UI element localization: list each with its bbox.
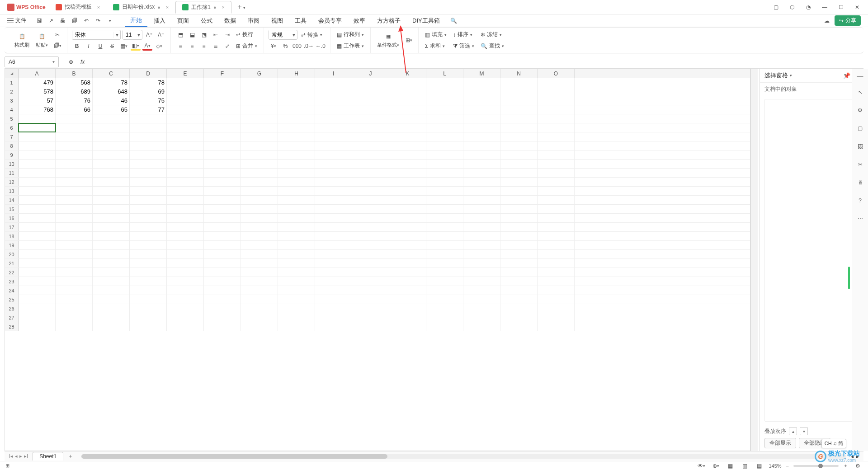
new-tab-button[interactable]: ＋▾ bbox=[231, 2, 250, 12]
move-up-button[interactable]: ▴ bbox=[789, 427, 797, 435]
minimize-button[interactable]: — bbox=[819, 2, 830, 13]
cell[interactable] bbox=[278, 223, 315, 231]
cell[interactable] bbox=[93, 304, 130, 313]
freeze-button[interactable]: ❄冻结▾ bbox=[479, 30, 506, 39]
cell[interactable] bbox=[93, 232, 130, 240]
cell[interactable] bbox=[463, 259, 500, 268]
row-header[interactable]: 7 bbox=[5, 132, 19, 141]
cell[interactable] bbox=[463, 141, 500, 150]
cell[interactable] bbox=[538, 96, 575, 105]
cell[interactable] bbox=[463, 214, 500, 222]
cell[interactable] bbox=[130, 132, 167, 141]
sheet-tab[interactable]: Sheet1 bbox=[33, 452, 63, 461]
cell[interactable] bbox=[167, 277, 204, 286]
row-header[interactable]: 21 bbox=[5, 259, 19, 268]
row-header[interactable]: 25 bbox=[5, 295, 19, 304]
cell[interactable] bbox=[19, 322, 56, 331]
cell[interactable] bbox=[167, 178, 204, 186]
spreadsheet-grid[interactable]: ◢ ABCDEFGHIJKLMNO 1479568787825786896486… bbox=[5, 69, 750, 451]
cell[interactable] bbox=[19, 286, 56, 295]
zoom-formula-icon[interactable]: ⊕ bbox=[66, 57, 76, 66]
cell[interactable]: 75 bbox=[130, 96, 167, 105]
cell[interactable] bbox=[56, 250, 93, 258]
cell[interactable] bbox=[19, 132, 56, 141]
cell[interactable] bbox=[19, 295, 56, 304]
cell[interactable] bbox=[352, 105, 389, 114]
cell[interactable] bbox=[500, 232, 538, 240]
tab-close-icon[interactable]: × bbox=[222, 5, 225, 10]
cell[interactable] bbox=[463, 78, 500, 87]
menu-tab[interactable]: 开始 bbox=[125, 14, 147, 27]
menu-tab[interactable]: 数据 bbox=[219, 15, 241, 27]
align-left-icon[interactable]: ≡ bbox=[175, 42, 185, 51]
cell[interactable]: 479 bbox=[19, 78, 56, 87]
cell[interactable] bbox=[315, 268, 352, 277]
cell[interactable] bbox=[278, 268, 315, 277]
cell[interactable] bbox=[389, 96, 426, 105]
cell[interactable] bbox=[93, 169, 130, 177]
cell[interactable] bbox=[463, 132, 500, 141]
convert-button[interactable]: ⇄转换▾ bbox=[299, 30, 324, 40]
cell[interactable] bbox=[426, 241, 463, 249]
collapse-rail-icon[interactable]: — bbox=[857, 72, 863, 80]
cloud-icon[interactable]: ☁ bbox=[823, 17, 831, 25]
cond-format-button[interactable]: ▦条件格式▾ bbox=[375, 32, 401, 49]
cell[interactable] bbox=[463, 150, 500, 159]
cell[interactable] bbox=[426, 268, 463, 277]
cube-icon[interactable]: ⬡ bbox=[787, 2, 797, 13]
cell[interactable] bbox=[93, 286, 130, 295]
cell[interactable] bbox=[93, 322, 130, 331]
row-header[interactable]: 26 bbox=[5, 304, 19, 313]
cell[interactable] bbox=[426, 313, 463, 322]
fx-icon[interactable]: fx bbox=[80, 59, 85, 65]
cell[interactable] bbox=[93, 250, 130, 258]
row-header[interactable]: 6 bbox=[5, 123, 19, 132]
row-header[interactable]: 17 bbox=[5, 223, 19, 231]
cell[interactable] bbox=[389, 268, 426, 277]
cell[interactable]: 76 bbox=[56, 96, 93, 105]
row-header[interactable]: 10 bbox=[5, 160, 19, 168]
cell[interactable] bbox=[130, 196, 167, 204]
cell[interactable] bbox=[93, 223, 130, 231]
cell[interactable] bbox=[500, 259, 538, 268]
column-header[interactable]: F bbox=[204, 69, 241, 78]
cell[interactable] bbox=[500, 205, 538, 213]
row-header[interactable]: 2 bbox=[5, 87, 19, 96]
cell[interactable] bbox=[278, 123, 315, 132]
cell[interactable] bbox=[389, 205, 426, 213]
cell[interactable] bbox=[278, 304, 315, 313]
cell[interactable] bbox=[500, 187, 538, 195]
chevron-down-icon[interactable]: ▾ bbox=[52, 59, 55, 64]
cell[interactable] bbox=[352, 205, 389, 213]
cell[interactable] bbox=[463, 169, 500, 177]
cell[interactable] bbox=[538, 223, 575, 231]
sheet-prev-icon[interactable]: ◂ bbox=[15, 453, 18, 459]
cell[interactable] bbox=[56, 259, 93, 268]
cell[interactable] bbox=[56, 196, 93, 204]
cell[interactable] bbox=[241, 295, 278, 304]
cell[interactable] bbox=[389, 322, 426, 331]
cell[interactable] bbox=[538, 78, 575, 87]
cell[interactable] bbox=[389, 241, 426, 249]
row-header[interactable]: 11 bbox=[5, 169, 19, 177]
cell[interactable] bbox=[167, 87, 204, 96]
cell[interactable] bbox=[315, 259, 352, 268]
cell[interactable] bbox=[426, 196, 463, 204]
cell[interactable] bbox=[315, 105, 352, 114]
cell[interactable] bbox=[241, 268, 278, 277]
cell[interactable] bbox=[500, 250, 538, 258]
cell[interactable] bbox=[56, 205, 93, 213]
cell[interactable] bbox=[130, 223, 167, 231]
vertical-scrollbar[interactable] bbox=[750, 69, 758, 451]
copy-icon[interactable]: 🗐▾ bbox=[52, 41, 62, 50]
cell[interactable] bbox=[315, 286, 352, 295]
cell[interactable] bbox=[19, 241, 56, 249]
cell[interactable] bbox=[204, 150, 241, 159]
cell[interactable] bbox=[426, 87, 463, 96]
cell[interactable] bbox=[93, 277, 130, 286]
cell[interactable] bbox=[167, 169, 204, 177]
cell[interactable] bbox=[538, 268, 575, 277]
cell[interactable] bbox=[315, 232, 352, 240]
row-header[interactable]: 28 bbox=[5, 322, 19, 331]
view-page-icon[interactable]: ▥ bbox=[740, 461, 750, 470]
